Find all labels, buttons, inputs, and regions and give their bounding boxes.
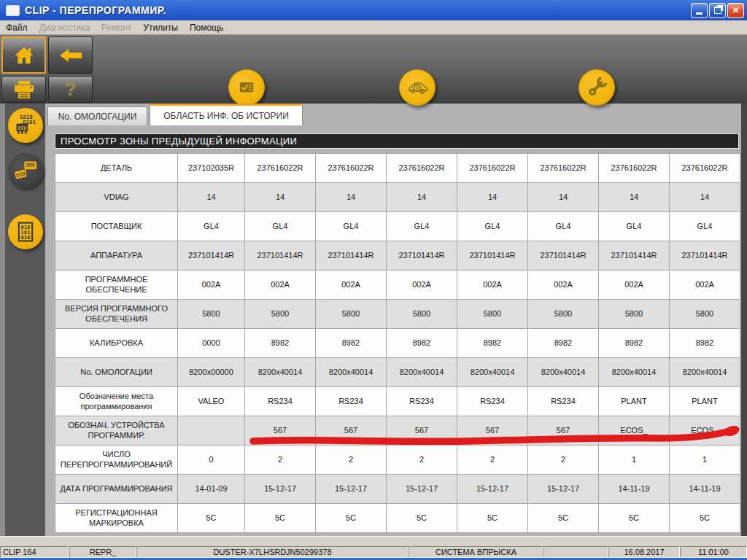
title-bar: CLIP - ПЕРЕПРОГРАММИР. ✕	[0, 0, 747, 20]
row-value: 8982	[387, 329, 457, 358]
row-label: ПРОГРАММНОЕ ОБЕСПЕЧЕНИЕ	[55, 271, 178, 300]
row-value: GL4	[528, 212, 599, 241]
svg-text:ECU: ECU	[16, 171, 26, 179]
row-label: VDIAG	[55, 183, 178, 212]
row-value: 567	[528, 416, 599, 446]
row-value: GL4	[245, 212, 316, 241]
row-value: 237101414R	[670, 241, 740, 271]
row-value: 5800	[599, 300, 670, 329]
table-row: ПРОГРАММНОЕ ОБЕСПЕЧЕНИЕ002A002A002A002A0…	[55, 271, 740, 300]
menu-item[interactable]: Утилиты	[137, 21, 184, 34]
home-button[interactable]	[1, 36, 46, 74]
back-arrow-icon	[58, 47, 83, 64]
close-button[interactable]: ✕	[727, 3, 744, 18]
status-segment: 16.08.2017	[608, 546, 680, 558]
row-value: 5C	[528, 504, 599, 533]
row-value: 2	[245, 446, 316, 475]
window-title: CLIP - ПЕРЕПРОГРАММИР.	[25, 4, 689, 16]
ecu-binary-button[interactable]: 1010 0101 ECU	[8, 108, 43, 143]
binary-document-icon: 010 101 010	[11, 217, 40, 246]
table-row: No. ОМОЛОГАЦИИ8200x000008200x400148200x4…	[55, 358, 740, 387]
row-value: 8200x40014	[245, 358, 316, 387]
row-value: 237101414R	[245, 241, 316, 271]
app-icon	[6, 5, 20, 16]
table-row: ДАТА ПРОГРАММИРОВАНИЯ14-01-0915-12-1715-…	[55, 475, 740, 504]
back-button[interactable]	[48, 36, 93, 74]
menu-item[interactable]: Файл	[0, 21, 34, 34]
history-table-body: ДЕТАЛЬ237102035R237616022R237616022R2376…	[55, 154, 740, 533]
ecu-dialog-button[interactable]: ECU	[8, 153, 43, 188]
restore-button[interactable]	[709, 3, 726, 18]
row-value: 2	[387, 446, 457, 475]
status-segment: REPR_	[69, 546, 136, 558]
binary-document-button[interactable]: 010 101 010	[8, 214, 43, 249]
row-value: 14	[387, 183, 457, 212]
row-value: 5800	[457, 300, 528, 329]
row-value: 8982	[316, 329, 387, 358]
tab-bar: No. ОМОЛОГАЦИИОБЛАСТЬ ИНФ. ОБ ИСТОРИИ	[45, 104, 741, 125]
home-icon	[12, 44, 36, 67]
row-value: 8982	[245, 329, 316, 358]
row-value: 14	[599, 183, 670, 212]
toolbar-banner: ?	[0, 35, 747, 104]
row-label: ЧИСЛО ПЕРЕПРОГРАММИРОВАНИЙ	[55, 446, 178, 475]
row-value: 8200x00000	[178, 358, 245, 387]
row-value: 5C	[457, 504, 528, 533]
statusbar-spacer	[0, 536, 747, 546]
row-label: ДЕТАЛЬ	[55, 154, 178, 183]
row-value: 8200x40014	[316, 358, 387, 387]
vehicle-scan-button[interactable]	[399, 69, 436, 106]
table-row: РЕГИСТРАЦИОННАЯ МАРКИРОВКА5C5C5C5C5C5C5C…	[55, 504, 740, 533]
print-button[interactable]	[1, 76, 46, 103]
row-value: 5C	[387, 504, 457, 533]
table-row: VDIAG1414141414141414	[55, 183, 740, 212]
table-row: Обозначение места программированияVALEOR…	[55, 387, 740, 416]
row-value: 8200x40014	[457, 358, 528, 387]
row-value: 237616022R	[457, 154, 528, 183]
row-value: 14	[178, 183, 245, 212]
checklist-icon	[234, 75, 259, 100]
row-value: 15-12-17	[387, 475, 457, 504]
row-value: 002A	[528, 271, 599, 300]
row-value: 002A	[599, 271, 670, 300]
row-value: RS234	[245, 387, 316, 416]
menu-item: Диагностика	[34, 21, 96, 34]
minimize-button[interactable]	[691, 3, 708, 18]
row-value: 14	[316, 183, 387, 212]
sidebar: 1010 0101 ECU ECU 010	[5, 104, 45, 536]
row-label: No. ОМОЛОГАЦИИ	[55, 358, 178, 387]
row-value: 002A	[245, 271, 316, 300]
help-button[interactable]: ?	[48, 76, 93, 103]
row-value	[178, 416, 245, 446]
svg-text:010: 010	[21, 234, 31, 241]
row-value: 2	[528, 446, 599, 475]
repair-button[interactable]	[578, 69, 615, 106]
row-value: GL4	[387, 212, 457, 241]
row-value: GL4	[599, 212, 670, 241]
row-value: 14-11-19	[599, 475, 670, 504]
status-bar: CLIP 164REPR_DUSTER-X7LHSRDJN50299378СИС…	[0, 546, 747, 558]
row-value: 567	[245, 416, 316, 446]
row-label: ПОСТАВЩИК	[55, 212, 178, 241]
status-segment: DUSTER-X7LHSRDJN50299378	[136, 546, 409, 558]
tab-homologation[interactable]: No. ОМОЛОГАЦИИ	[47, 106, 147, 125]
row-value: RS234	[528, 387, 599, 416]
row-value: 567	[387, 416, 457, 446]
ecu-dialog-icon: ECU	[11, 156, 40, 185]
row-label: КАЛИБРОВКА	[55, 329, 178, 358]
row-value: 5800	[387, 300, 457, 329]
row-value: 237101414R	[528, 241, 599, 271]
row-value: RS234	[457, 387, 528, 416]
menu-item[interactable]: Помощь	[184, 21, 229, 34]
row-value: 14	[528, 183, 599, 212]
table-row: ПОСТАВЩИКGL4GL4GL4GL4GL4GL4GL4GL4	[55, 212, 740, 241]
row-value: 15-12-17	[528, 475, 599, 504]
status-segment: CLIP 164	[0, 546, 69, 558]
wrench-icon	[584, 74, 610, 101]
tab-history-info[interactable]: ОБЛАСТЬ ИНФ. ОБ ИСТОРИИ	[150, 104, 303, 125]
row-value: VALEO	[178, 387, 245, 416]
left-window-edge	[0, 104, 5, 536]
checklist-button[interactable]	[228, 69, 265, 106]
row-value: 15-12-17	[457, 475, 528, 504]
row-value: 237616022R	[316, 154, 387, 183]
